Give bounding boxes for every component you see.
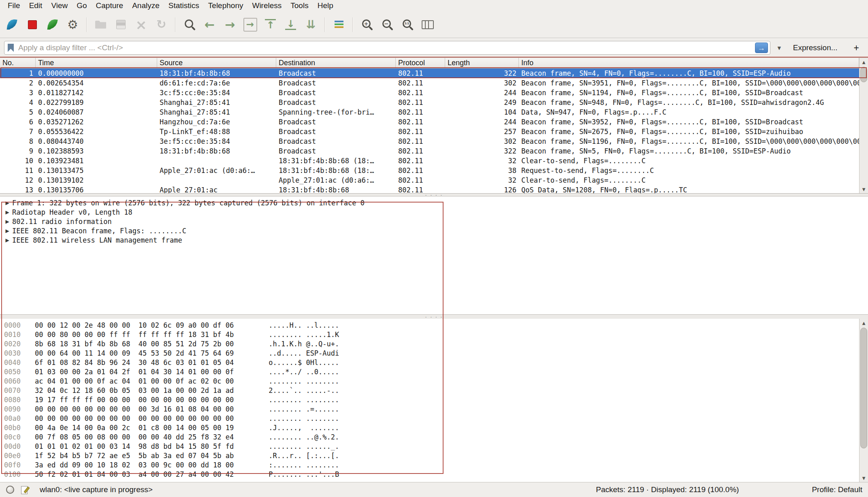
packet-row[interactable]: 80.0804437403e:f5:cc:0e:35:84Broadcast80…: [0, 137, 859, 146]
colorize-button[interactable]: [329, 15, 348, 34]
packet-row[interactable]: 30.0118271423c:f5:cc:0e:35:84Broadcast80…: [0, 88, 859, 98]
bookmark-icon[interactable]: [8, 44, 14, 52]
column-header-info[interactable]: Info: [519, 58, 859, 68]
capture-options-button[interactable]: [63, 15, 82, 34]
detail-line[interactable]: Frame 1: 322 bytes on wire (2576 bits), …: [2, 198, 868, 208]
hex-row[interactable]: 010050 f2 02 01 01 84 00 03 a4 00 00 27 …: [4, 470, 856, 479]
packet-list-scrollbar[interactable]: [859, 58, 868, 193]
expander-icon[interactable]: [2, 236, 12, 245]
column-header-time[interactable]: Time: [36, 58, 157, 68]
go-to-bottom-button[interactable]: [281, 15, 300, 34]
apply-filter-button[interactable]: [755, 43, 768, 53]
details-bytes-splitter[interactable]: [0, 315, 868, 319]
packet-row[interactable]: 70.055536422Tp-LinkT_ef:48:88Broadcast80…: [0, 127, 859, 137]
expression-button[interactable]: Expression...: [791, 43, 840, 52]
display-filter-input[interactable]: [17, 43, 752, 53]
hex-row[interactable]: 009000 00 00 00 00 00 00 00 00 3d 16 01 …: [4, 405, 856, 414]
bytes-scrollbar-thumb[interactable]: [860, 328, 867, 448]
hex-row[interactable]: 008019 17 ff ff ff 00 00 00 00 00 00 00 …: [4, 395, 856, 405]
hex-row[interactable]: 00b000 4a 0e 14 00 0a 00 2c 01 c8 00 14 …: [4, 423, 856, 433]
hex-row[interactable]: 00f03a ed dd 09 00 10 18 02 03 00 9c 00 …: [4, 461, 856, 470]
packet-row[interactable]: 50.024060087Shanghai_27:85:41Spanning-tr…: [0, 107, 859, 117]
menu-item-tools[interactable]: Tools: [286, 0, 313, 11]
packet-row[interactable]: 40.022799189Shanghai_27:85:41Broadcast80…: [0, 98, 859, 107]
packet-row[interactable]: 100.10392348118:31:bf:4b:8b:68 (18:…802.…: [0, 156, 859, 166]
go-back-button[interactable]: [200, 15, 219, 34]
menu-item-wireless[interactable]: Wireless: [247, 0, 286, 11]
reload-file-button[interactable]: [152, 15, 171, 34]
packet-list-scrollbar-thumb[interactable]: [860, 67, 867, 82]
expander-icon[interactable]: [2, 208, 12, 217]
menu-item-statistics[interactable]: Statistics: [164, 0, 204, 11]
detail-line[interactable]: 802.11 radio information: [2, 217, 868, 226]
expert-info-button[interactable]: [5, 484, 15, 495]
resize-columns-button[interactable]: [418, 15, 437, 34]
hex-row[interactable]: 00406f 01 08 82 84 8b 96 24 30 48 6c 03 …: [4, 358, 856, 367]
expander-icon[interactable]: [2, 226, 12, 236]
display-filter-field[interactable]: [4, 41, 770, 55]
hex-row[interactable]: 00d001 01 01 02 01 00 03 14 98 d8 bd b4 …: [4, 442, 856, 451]
filter-dropdown-button[interactable]: [774, 42, 784, 54]
cell-source: 18:31:bf:4b:8b:68: [157, 146, 276, 156]
hex-row[interactable]: 001000 00 80 00 00 00 ff ff ff ff ff ff …: [4, 330, 856, 339]
hex-row[interactable]: 0060ac 04 01 00 00 0f ac 04 01 00 00 0f …: [4, 377, 856, 386]
cell-length: 32: [445, 175, 519, 185]
hex-row[interactable]: 003000 00 64 00 11 14 00 09 45 53 50 2d …: [4, 349, 856, 358]
packet-row[interactable]: 110.130133475Apple_27:01:ac (d0:a6:…18:3…: [0, 166, 859, 175]
scroll-up-icon[interactable]: [859, 58, 868, 66]
go-to-top-button[interactable]: [261, 15, 280, 34]
scroll-up-icon[interactable]: [859, 319, 868, 327]
column-header-source[interactable]: Source: [157, 58, 276, 68]
detail-line[interactable]: IEEE 802.11 Beacon frame, Flags: .......…: [2, 226, 868, 236]
hex-row[interactable]: 005001 03 00 00 2a 01 04 2f 01 04 30 14 …: [4, 367, 856, 377]
restart-capture-button[interactable]: [43, 15, 62, 34]
detail-line[interactable]: IEEE 802.11 wireless LAN management fram…: [2, 236, 868, 245]
zoom-in-button[interactable]: [357, 15, 376, 34]
packet-row[interactable]: 60.035271262Hangzhou_cd:7a:6eBroadcast80…: [0, 117, 859, 127]
column-header-protocol[interactable]: Protocol: [396, 58, 445, 68]
find-packet-button[interactable]: [180, 15, 199, 34]
close-file-button[interactable]: [132, 15, 151, 34]
stop-capture-button[interactable]: [23, 15, 42, 34]
menu-item-file[interactable]: File: [3, 0, 25, 11]
menu-item-view[interactable]: View: [47, 0, 72, 11]
hex-row[interactable]: 00208b 68 18 31 bf 4b 8b 68 40 00 85 51 …: [4, 339, 856, 349]
detail-line[interactable]: Radiotap Header v0, Length 18: [2, 208, 868, 217]
cell-destination: Broadcast: [276, 68, 396, 78]
save-file-button[interactable]: [111, 15, 130, 34]
hex-row[interactable]: 00a000 00 00 00 00 00 00 00 00 00 00 00 …: [4, 414, 856, 423]
menu-item-capture[interactable]: Capture: [92, 0, 128, 11]
hex-row[interactable]: 007032 04 0c 12 18 60 0b 05 03 00 1a 00 …: [4, 386, 856, 395]
hex-row[interactable]: 00e01f 52 b4 b5 b7 72 ae e5 5b ab 3a ed …: [4, 451, 856, 461]
capture-comment-button[interactable]: [19, 484, 30, 495]
packet-row[interactable]: 90.10238859318:31:bf:4b:8b:68Broadcast80…: [0, 146, 859, 156]
menu-item-help[interactable]: Help: [313, 0, 338, 11]
zoom-out-button[interactable]: [377, 15, 397, 34]
expander-icon[interactable]: [2, 198, 12, 208]
go-forward-button[interactable]: [220, 15, 239, 34]
hex-row[interactable]: 000000 00 12 00 2e 48 00 00 10 02 6c 09 …: [4, 321, 856, 330]
cell-protocol: 802.11: [396, 107, 445, 117]
go-to-packet-button[interactable]: [241, 15, 260, 34]
column-header-destination[interactable]: Destination: [276, 58, 396, 68]
bytes-scrollbar[interactable]: [859, 319, 868, 482]
column-header-no[interactable]: No.: [0, 58, 36, 68]
column-header-length[interactable]: Length: [445, 58, 519, 68]
menu-item-edit[interactable]: Edit: [25, 0, 47, 11]
hex-row[interactable]: 00c000 7f 08 05 00 08 00 00 00 00 40 dd …: [4, 433, 856, 442]
start-capture-button[interactable]: [2, 15, 21, 34]
profile-button[interactable]: Profile: Default: [812, 485, 862, 494]
packet-details-pane: Frame 1: 322 bytes on wire (2576 bits), …: [0, 196, 868, 315]
menu-item-telephony[interactable]: Telephony: [204, 0, 248, 11]
menu-item-go[interactable]: Go: [72, 0, 91, 11]
expander-icon[interactable]: [2, 217, 12, 226]
zoom-original-button[interactable]: [398, 15, 417, 34]
open-file-button[interactable]: [91, 15, 110, 34]
packet-row[interactable]: 20.002654354d6:61:fe:cd:7a:6eBroadcast80…: [0, 78, 859, 88]
packet-row[interactable]: 120.130139102Apple_27:01:ac (d0:a6:…802.…: [0, 175, 859, 185]
packet-row[interactable]: 130.130135706Apple_27:01:ac18:31:bf:4b:8…: [0, 185, 859, 193]
packet-row[interactable]: 10.00000000018:31:bf:4b:8b:68Broadcast80…: [0, 68, 859, 78]
menu-item-analyze[interactable]: Analyze: [128, 0, 164, 11]
add-filter-button[interactable]: +: [850, 43, 863, 53]
auto-scroll-button[interactable]: [301, 15, 320, 34]
